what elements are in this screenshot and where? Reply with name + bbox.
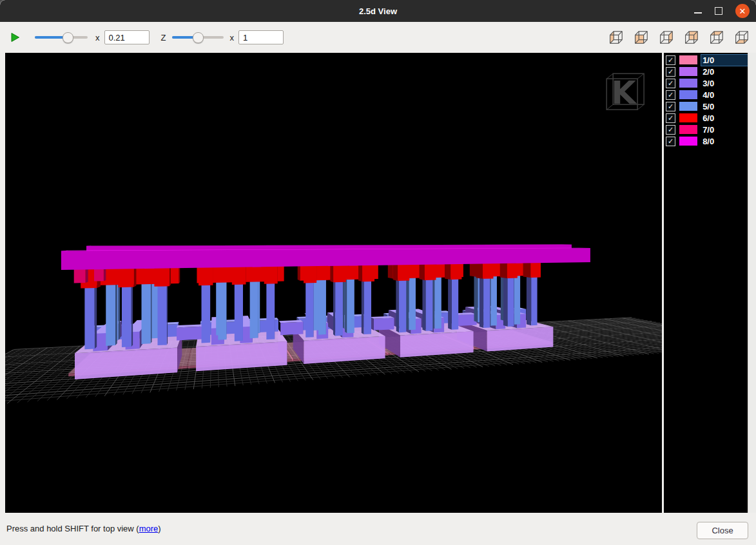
layer-color-swatch: [679, 125, 697, 134]
layer-color-swatch: [679, 55, 697, 64]
layer-name: 4/0: [701, 90, 748, 100]
more-link[interactable]: more: [139, 524, 159, 533]
25d-view-window: 2.5d View ✕ x Z x K: [0, 0, 756, 545]
layer-color-swatch: [679, 79, 697, 88]
view-front-button[interactable]: [632, 29, 649, 46]
layer-row-4-0[interactable]: ✓4/0: [664, 89, 748, 100]
maximize-button[interactable]: [715, 7, 722, 15]
statusbar: Press and hold SHIFT for top view (more)…: [0, 513, 756, 545]
z-scale-label: Z: [161, 33, 166, 43]
svg-text:K: K: [611, 74, 637, 111]
layer-name: 2/0: [701, 66, 748, 77]
view-bottom-button[interactable]: [733, 29, 750, 46]
minimize-button[interactable]: [694, 12, 702, 14]
layer-color-swatch: [679, 137, 697, 146]
animation-speed-slider[interactable]: [35, 32, 88, 43]
layer-list: ✓1/0✓2/0✓3/0✓4/0✓5/0✓6/0✓7/0✓8/0: [664, 53, 748, 513]
layer-visibility-checkbox[interactable]: ✓: [666, 137, 675, 146]
layer-visibility-checkbox[interactable]: ✓: [666, 67, 675, 77]
layer-color-swatch: [679, 102, 697, 111]
layer-visibility-checkbox[interactable]: ✓: [666, 102, 675, 111]
content-area: K ✓1/0✓2/0✓3/0✓4/0✓5/0✓6/0✓7/0✓8/0: [0, 53, 756, 513]
view-left-button[interactable]: [607, 29, 624, 46]
status-hint-suffix: ): [158, 524, 160, 533]
layer-row-1-0[interactable]: ✓1/0: [664, 54, 748, 66]
slider-handle[interactable]: [193, 32, 204, 43]
toolbar: x Z x: [0, 22, 756, 53]
speed-value-input[interactable]: [104, 30, 150, 44]
layer-row-8-0[interactable]: ✓8/0: [664, 135, 748, 147]
layer-visibility-checkbox[interactable]: ✓: [666, 55, 675, 65]
cube-right-icon: [657, 29, 674, 46]
layer-name: 6/0: [701, 113, 748, 124]
cube-top-icon: [708, 29, 724, 46]
window-title: 2.5d View: [359, 6, 397, 16]
layer-name: 5/0: [701, 101, 748, 112]
z-scale-value-input[interactable]: [238, 30, 284, 44]
view-top-button[interactable]: [708, 29, 724, 46]
layer-visibility-checkbox[interactable]: ✓: [666, 79, 675, 88]
layer-name: 3/0: [701, 78, 748, 89]
layer-panel-scrollbar[interactable]: [748, 53, 756, 513]
z-multiplier-label: x: [229, 33, 234, 43]
close-dialog-button[interactable]: Close: [697, 522, 748, 539]
layer-name: 7/0: [701, 124, 748, 135]
view-back-button[interactable]: [683, 29, 699, 46]
layer-visibility-checkbox[interactable]: ✓: [666, 90, 675, 100]
layer-row-3-0[interactable]: ✓3/0: [664, 77, 748, 89]
3d-viewport[interactable]: K: [5, 53, 662, 513]
titlebar[interactable]: 2.5d View ✕: [0, 0, 756, 22]
cube-left-icon: [607, 29, 624, 46]
layer-visibility-checkbox[interactable]: ✓: [666, 113, 675, 123]
cube-front-icon: [632, 29, 649, 46]
layer-row-7-0[interactable]: ✓7/0: [664, 124, 748, 135]
view-right-button[interactable]: [657, 29, 674, 46]
play-button[interactable]: [10, 32, 21, 43]
view-preset-buttons: [607, 29, 750, 46]
speed-multiplier-label: x: [95, 33, 100, 43]
status-hint-text: Press and hold SHIFT for top view (: [6, 524, 139, 533]
layer-name: 1/0: [701, 55, 748, 66]
layer-name: 8/0: [701, 136, 748, 147]
cube-back-icon: [683, 29, 699, 46]
layer-row-6-0[interactable]: ✓6/0: [664, 112, 748, 124]
layer-visibility-checkbox[interactable]: ✓: [666, 125, 675, 135]
status-hint: Press and hold SHIFT for top view (more): [6, 522, 161, 533]
cube-bottom-icon: [733, 29, 750, 46]
layer-row-2-0[interactable]: ✓2/0: [664, 66, 748, 77]
layer-color-swatch: [679, 67, 697, 76]
play-icon: [10, 32, 20, 43]
layer-color-swatch: [679, 113, 697, 122]
z-scale-slider[interactable]: [172, 32, 224, 43]
layer-row-5-0[interactable]: ✓5/0: [664, 100, 748, 112]
slider-handle[interactable]: [63, 32, 73, 43]
close-window-button[interactable]: ✕: [735, 4, 750, 18]
layer-color-swatch: [679, 90, 697, 99]
